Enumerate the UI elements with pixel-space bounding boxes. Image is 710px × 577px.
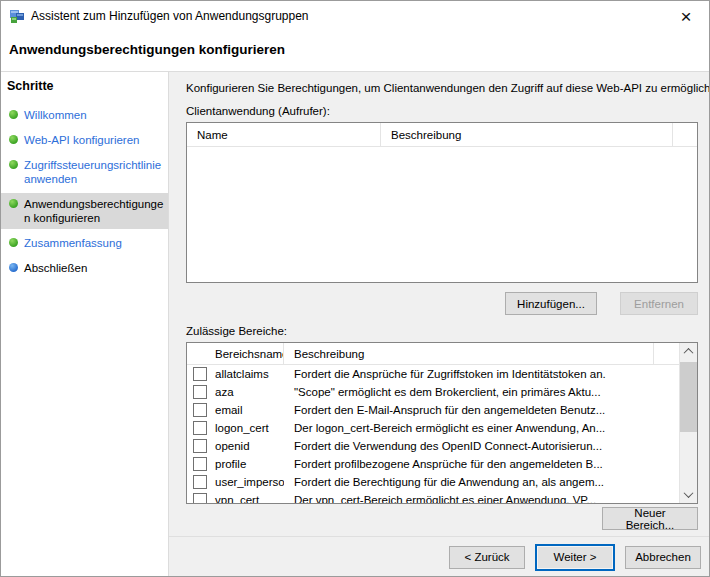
close-button[interactable]: × (663, 1, 709, 31)
wizard-dialog: Assistent zum Hinzufügen von Anwendungsg… (0, 0, 710, 577)
sidebar-item-web-api-konfigurieren[interactable]: Web-API konfigurieren (1, 129, 168, 151)
column-header-name[interactable]: Name (187, 123, 381, 146)
column-header-bereichsname[interactable]: Bereichsname (187, 343, 284, 364)
scope-name: allatclaims (215, 368, 269, 380)
scope-name: user_imperso... (215, 476, 284, 488)
step-done-bullet-icon (9, 110, 18, 119)
scope-name: email (215, 404, 242, 416)
scope-description: Fordert die Berechtigung für die Anwendu… (284, 476, 697, 488)
client-application-list[interactable]: Name Beschreibung (186, 122, 698, 283)
scopes-list-header: Bereichsname Beschreibung (187, 343, 680, 365)
sidebar-item-willkommen[interactable]: Willkommen (1, 104, 168, 126)
remove-client-button[interactable]: Entfernen (620, 292, 698, 315)
column-header-empty (654, 343, 680, 364)
sidebar-item-anwendungsberechtigungen[interactable]: Anwendungsberechtigungen konfigurieren (1, 193, 168, 229)
scope-description: Fordert die Verwendung des OpenID Connec… (284, 440, 697, 452)
step-pending-bullet-icon (9, 263, 18, 272)
step-label: Anwendungsberechtigungen konfigurieren (24, 197, 164, 225)
window-title: Assistent zum Hinzufügen von Anwendungsg… (31, 9, 309, 23)
step-label: Zusammenfassung (24, 236, 122, 250)
scope-name: profile (215, 458, 246, 470)
scope-description: Der logon_cert-Bereich ermöglicht es ein… (284, 422, 697, 434)
scope-name: vpn_cert (215, 494, 259, 504)
step-label: Willkommen (24, 108, 87, 122)
scope-name: logon_cert (215, 422, 269, 434)
column-header-beschreibung[interactable]: Beschreibung (381, 123, 673, 146)
scope-checkbox[interactable] (193, 403, 207, 417)
step-done-bullet-icon (9, 238, 18, 247)
new-scope-button[interactable]: Neuer Bereich... (602, 507, 698, 530)
scope-description: Der vpn_cert-Bereich ermöglicht es einer… (284, 494, 697, 504)
sidebar-item-zugriffssteuerungsrichtlinie[interactable]: Zugriffssteuerungsrichtlinie anwenden (1, 154, 168, 190)
step-label: Web-API konfigurieren (24, 133, 139, 147)
client-application-label: Clientanwendung (Aufrufer): (186, 105, 697, 117)
step-label: Zugriffssteuerungsrichtlinie anwenden (24, 158, 164, 186)
column-header-empty (673, 123, 697, 146)
scope-checkbox[interactable] (193, 421, 207, 435)
scroll-up-icon[interactable] (680, 343, 697, 360)
scope-row-vpn-cert[interactable]: vpn_cert Der vpn_cert-Bereich ermöglicht… (187, 491, 697, 504)
scroll-down-icon[interactable] (680, 486, 697, 503)
scope-name: aza (215, 386, 234, 398)
scope-checkbox[interactable] (193, 367, 207, 381)
scope-checkbox[interactable] (193, 385, 207, 399)
steps-sidebar: Schritte Willkommen Web-API konfiguriere… (1, 72, 169, 577)
column-header-beschreibung[interactable]: Beschreibung (284, 343, 654, 364)
scrollbar-thumb[interactable] (680, 362, 697, 432)
scope-row-profile[interactable]: profile Fordert profilbezogene Ansprüche… (187, 455, 697, 473)
next-button[interactable]: Weiter > (535, 544, 615, 571)
instruction-text: Konfigurieren Sie Berechtigungen, um Cli… (186, 82, 697, 94)
step-done-bullet-icon (9, 135, 18, 144)
allowed-scopes-list[interactable]: Bereichsname Beschreibung allatclaims Fo… (186, 342, 698, 504)
scope-checkbox[interactable] (193, 457, 207, 471)
scope-row-aza[interactable]: aza "Scope" ermöglicht es dem Brokerclie… (187, 383, 697, 401)
client-list-header: Name Beschreibung (187, 123, 697, 147)
scope-checkbox[interactable] (193, 439, 207, 453)
scope-description: Fordert die Ansprüche für Zugriffstoken … (284, 368, 697, 380)
scope-row-openid[interactable]: openid Fordert die Verwendung des OpenID… (187, 437, 697, 455)
app-group-icon (9, 8, 25, 24)
scopes-scrollbar[interactable] (679, 343, 697, 503)
titlebar: Assistent zum Hinzufügen von Anwendungsg… (1, 1, 709, 31)
scope-description: Fordert den E-Mail-Anspruch für den ange… (284, 404, 697, 416)
scope-row-email[interactable]: email Fordert den E-Mail-Anspruch für de… (187, 401, 697, 419)
scope-description: Fordert profilbezogene Ansprüche für den… (284, 458, 697, 470)
scope-description: "Scope" ermöglicht es dem Brokerclient, … (284, 386, 697, 398)
step-label: Abschließen (24, 261, 87, 275)
step-done-bullet-icon (9, 160, 18, 169)
scope-name: openid (215, 440, 250, 452)
page-title: Anwendungsberechtigungen konfigurieren (1, 31, 709, 72)
cancel-button[interactable]: Abbrechen (625, 546, 701, 569)
steps-heading: Schritte (7, 79, 168, 93)
scope-row-user-impersonation[interactable]: user_imperso... Fordert die Berechtigung… (187, 473, 697, 491)
scope-row-logon-cert[interactable]: logon_cert Der logon_cert-Bereich ermögl… (187, 419, 697, 437)
step-done-bullet-icon (9, 199, 18, 208)
scope-checkbox[interactable] (193, 475, 207, 489)
add-client-button[interactable]: Hinzufügen... (505, 292, 597, 315)
scope-checkbox[interactable] (193, 493, 207, 504)
scope-row-allatclaims[interactable]: allatclaims Fordert die Ansprüche für Zu… (187, 365, 697, 383)
main-panel: Konfigurieren Sie Berechtigungen, um Cli… (169, 72, 709, 536)
back-button[interactable]: < Zurück (449, 546, 525, 569)
wizard-footer: < Zurück Weiter > Abbrechen (169, 536, 709, 577)
sidebar-item-zusammenfassung[interactable]: Zusammenfassung (1, 232, 168, 254)
allowed-scopes-label: Zulässige Bereiche: (186, 325, 697, 337)
sidebar-item-abschliessen[interactable]: Abschließen (1, 257, 168, 279)
